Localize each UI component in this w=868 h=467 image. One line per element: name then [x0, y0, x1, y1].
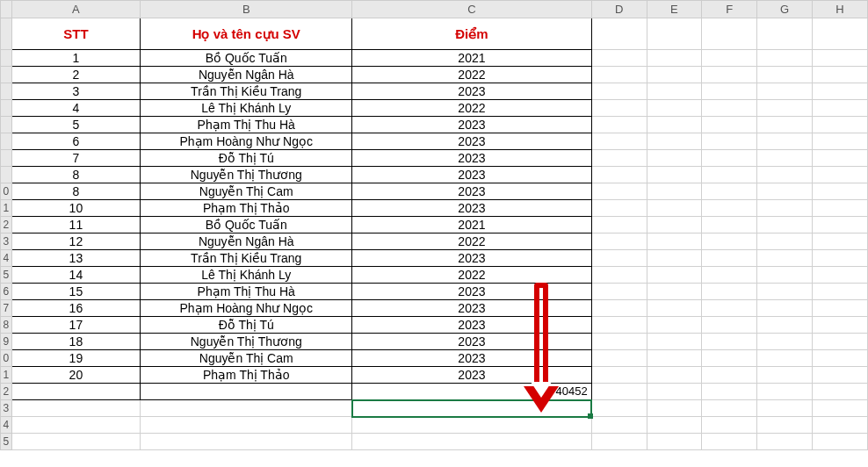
- cell[interactable]: [591, 317, 647, 334]
- cell[interactable]: [647, 434, 702, 450]
- cell[interactable]: [141, 400, 352, 417]
- cell-score[interactable]: 2022: [352, 100, 591, 117]
- cell-stt[interactable]: 11: [11, 217, 141, 234]
- cell-stt[interactable]: 20: [11, 367, 141, 384]
- cell[interactable]: [813, 67, 868, 83]
- cell[interactable]: [813, 150, 868, 167]
- cell-score[interactable]: 2023: [352, 350, 591, 367]
- cell[interactable]: [702, 350, 757, 367]
- table-row[interactable]: 5 Phạm Thị Thu Hà 2023: [1, 117, 868, 133]
- cell[interactable]: [591, 350, 647, 367]
- cell[interactable]: [647, 334, 702, 350]
- cell-name[interactable]: Phạm Thị Thảo: [141, 200, 352, 217]
- cell[interactable]: [813, 167, 868, 183]
- header-name[interactable]: Họ và tên cựu SV: [141, 18, 352, 50]
- cell[interactable]: [591, 117, 647, 133]
- cell-name[interactable]: Nguyễn Thị Thương: [141, 334, 352, 350]
- cell-score[interactable]: 2023: [352, 300, 591, 317]
- cell[interactable]: [813, 417, 868, 434]
- row-header[interactable]: 0: [1, 183, 12, 200]
- cell-stt[interactable]: 8: [11, 183, 141, 200]
- row-header[interactable]: 1: [1, 367, 12, 384]
- cell[interactable]: [757, 18, 813, 50]
- cell[interactable]: [757, 334, 813, 350]
- row-header[interactable]: 5: [1, 267, 12, 284]
- cell[interactable]: [702, 250, 757, 267]
- cell[interactable]: [813, 317, 868, 334]
- cell-score[interactable]: 2021: [352, 50, 591, 67]
- cell[interactable]: [757, 100, 813, 117]
- cell[interactable]: [702, 400, 757, 417]
- cell-stt[interactable]: 12: [11, 234, 141, 250]
- row-header[interactable]: 5: [1, 434, 12, 450]
- cell[interactable]: [702, 133, 757, 150]
- cell[interactable]: [141, 434, 352, 450]
- cell[interactable]: [591, 234, 647, 250]
- cell[interactable]: [702, 384, 757, 400]
- cell[interactable]: [591, 300, 647, 317]
- cell[interactable]: [352, 417, 591, 434]
- row-header[interactable]: [1, 83, 12, 100]
- col-header-D[interactable]: D: [591, 1, 647, 18]
- cell[interactable]: [813, 250, 868, 267]
- cell[interactable]: [757, 417, 813, 434]
- cell[interactable]: [647, 200, 702, 217]
- cell[interactable]: [813, 117, 868, 133]
- cell[interactable]: [11, 384, 141, 400]
- cell[interactable]: [647, 167, 702, 183]
- cell[interactable]: [702, 217, 757, 234]
- table-row[interactable]: 6 Phạm Hoàng Như Ngọc 2023: [1, 133, 868, 150]
- cell[interactable]: [647, 217, 702, 234]
- cell-score[interactable]: 2023: [352, 167, 591, 183]
- cell[interactable]: [352, 434, 591, 450]
- cell-stt[interactable]: 16: [11, 300, 141, 317]
- cell[interactable]: [813, 183, 868, 200]
- row-header[interactable]: 2: [1, 217, 12, 234]
- cell-score[interactable]: 2021: [352, 217, 591, 234]
- row-header[interactable]: 0: [1, 350, 12, 367]
- cell[interactable]: [757, 367, 813, 384]
- column-header-row[interactable]: A B C D E F G H: [1, 1, 868, 18]
- cell-stt[interactable]: 7: [11, 150, 141, 167]
- col-header-A[interactable]: A: [11, 1, 141, 18]
- cell[interactable]: [647, 400, 702, 417]
- table-row[interactable]: 0 8 Nguyễn Thị Cam 2023: [1, 183, 868, 200]
- cell[interactable]: [647, 83, 702, 100]
- selected-row[interactable]: 3: [1, 400, 868, 417]
- cell[interactable]: [647, 384, 702, 400]
- empty-row[interactable]: 5: [1, 434, 868, 450]
- cell-score[interactable]: 2023: [352, 150, 591, 167]
- cell[interactable]: [757, 217, 813, 234]
- cell[interactable]: [647, 67, 702, 83]
- table-row[interactable]: 2 Nguyễn Ngân Hà 2022: [1, 67, 868, 83]
- table-row[interactable]: 7 Đỗ Thị Tú 2023: [1, 150, 868, 167]
- row-header[interactable]: [1, 50, 12, 67]
- header-row[interactable]: STT Họ và tên cựu SV Điểm: [1, 18, 868, 50]
- cell-stt[interactable]: 2: [11, 67, 141, 83]
- cell-name[interactable]: Phạm Hoàng Như Ngọc: [141, 300, 352, 317]
- cell-stt[interactable]: 14: [11, 267, 141, 284]
- cell[interactable]: [702, 334, 757, 350]
- cell[interactable]: [647, 100, 702, 117]
- table-row[interactable]: 1 Bồ Quốc Tuấn 2021: [1, 50, 868, 67]
- cell[interactable]: [647, 150, 702, 167]
- cell[interactable]: [591, 334, 647, 350]
- cell-name[interactable]: Lê Thị Khánh Ly: [141, 100, 352, 117]
- sum-cell[interactable]: 40452: [352, 384, 591, 400]
- cell-stt[interactable]: 10: [11, 200, 141, 217]
- cell-name[interactable]: Phạm Thị Thảo: [141, 367, 352, 384]
- row-header[interactable]: 1: [1, 200, 12, 217]
- row-header[interactable]: [1, 18, 12, 50]
- cell[interactable]: [591, 284, 647, 300]
- cell[interactable]: [702, 117, 757, 133]
- col-header-E[interactable]: E: [647, 1, 702, 18]
- cell-name[interactable]: Nguyễn Thị Thương: [141, 167, 352, 183]
- cell[interactable]: [813, 18, 868, 50]
- cell[interactable]: [647, 133, 702, 150]
- empty-row[interactable]: 4: [1, 417, 868, 434]
- cell[interactable]: [702, 83, 757, 100]
- cell[interactable]: [702, 100, 757, 117]
- row-header[interactable]: 2: [1, 384, 12, 400]
- cell[interactable]: [591, 167, 647, 183]
- cell-stt[interactable]: 1: [11, 50, 141, 67]
